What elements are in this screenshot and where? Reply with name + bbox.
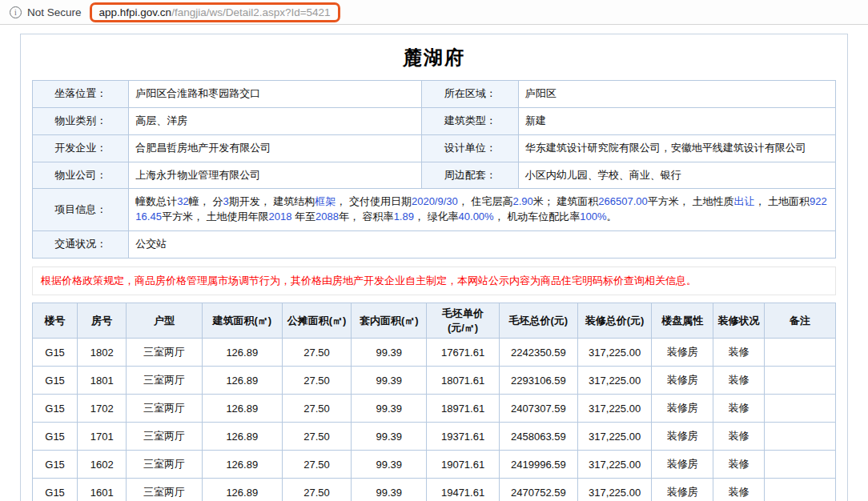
info-icon[interactable]: i [10,6,22,18]
info-label: 坐落位置： [33,81,129,108]
info-row: 物业类别：高层、洋房建筑类型：新建 [33,107,836,134]
table-cell: G15 [33,367,78,395]
table-cell: 1801 [78,367,127,395]
table-cell [764,367,835,395]
info-row: 坐落位置：庐阳区合淮路和枣园路交口所在区域：庐阳区 [33,81,836,108]
info-value-highlight: 框架 [315,195,336,207]
table-cell: 装修 [713,423,764,451]
info-value-highlight: 266507.00 [598,195,647,207]
table-cell: 126.89 [202,479,282,501]
column-header: 楼盘属性 [652,303,713,339]
info-value-text: 平方米， 土地使用年限 [162,210,269,222]
info-value-highlight: 2.90 [512,195,532,207]
table-cell: 126.89 [202,367,282,395]
table-cell: 19371.61 [427,423,499,451]
table-cell: 1701 [78,423,127,451]
table-cell: 27.50 [282,339,351,367]
table-cell: 317,225.00 [577,479,651,501]
table-cell: 99.39 [352,339,427,367]
table-cell: 126.89 [202,339,282,367]
info-value: 小区内幼儿园、学校、商业、银行 [518,162,835,189]
table-cell: 装修房 [652,451,713,479]
column-header: 装修总价(元) [577,303,651,339]
column-header: 房号 [78,303,127,339]
table-cell: 2407307.59 [499,395,577,423]
table-cell: 126.89 [202,423,282,451]
info-value-text: 幢， 分 [189,195,223,207]
column-header: 毛坯总价(元) [499,303,577,339]
url-path[interactable]: /fangjia/ws/Detail2.aspx?Id=5421 [171,6,331,18]
info-value-text: ， 土地面积 [754,195,810,207]
table-cell: 三室两厅 [127,451,202,479]
info-value-highlight: 1.89 [394,210,414,222]
info-value-text: ， 住宅层高 [458,195,513,207]
info-row: 交通状况：公交站 [33,231,836,259]
info-value: 高层、洋房 [129,107,422,134]
table-cell: 126.89 [202,395,282,423]
info-value-text: 年， 容积率 [339,210,394,222]
table-cell: G15 [33,451,78,479]
url-text[interactable]: app.hfpi.gov.cn/fangjia/ws/Detail2.aspx?… [99,6,331,18]
table-cell: 2293106.59 [499,367,577,395]
table-cell: 17671.61 [427,339,499,367]
table-cell: 1702 [78,395,127,423]
info-value-text: 幢数总计 [135,195,177,207]
table-cell: 三室两厅 [127,367,202,395]
page-content: 麓湖府 坐落位置：庐阳区合淮路和枣园路交口所在区域：庐阳区物业类别：高层、洋房建… [20,34,848,501]
table-row: G151701三室两厅126.8927.5099.3919371.6124580… [33,423,836,451]
table-cell: 装修 [713,479,764,501]
table-cell: 1802 [78,339,127,367]
table-cell: G15 [33,423,78,451]
price-table-header-row: 楼号房号户型建筑面积(㎡)公摊面积(㎡)套内面积(㎡)毛坯单价 (元/㎡)毛坯总… [33,303,836,339]
table-cell: 2458063.59 [499,423,577,451]
table-cell: 27.50 [282,367,351,395]
info-value-highlight: 2020/9/30 [412,195,458,207]
info-row: 开发企业：合肥昌哲房地产开发有限公司设计单位：华东建筑设计研究院有限公司，安徽地… [33,134,836,162]
table-cell: 三室两厅 [127,479,202,501]
table-cell: 装修 [713,367,764,395]
table-row: G151602三室两厅126.8927.5099.3919071.6124199… [33,451,836,479]
info-label: 设计单位： [422,134,518,162]
table-cell: 317,225.00 [577,423,651,451]
table-cell: 18071.61 [427,367,499,395]
info-value-highlight: 32 [177,195,188,207]
table-cell: 装修 [713,451,764,479]
table-row: G151801三室两厅126.8927.5099.3918071.6122931… [33,367,836,395]
column-header: 毛坯单价 (元/㎡) [427,303,499,339]
project-info-table: 坐落位置：庐阳区合淮路和枣园路交口所在区域：庐阳区物业类别：高层、洋房建筑类型：… [32,80,836,259]
info-value-text: ， 交付使用日期 [336,195,412,207]
info-row: 物业公司：上海永升物业管理有限公司周边配套：小区内幼儿园、学校、商业、银行 [33,162,836,189]
price-table: 楼号房号户型建筑面积(㎡)公摊面积(㎡)套内面积(㎡)毛坯单价 (元/㎡)毛坯总… [32,303,836,501]
column-header: 套内面积(㎡) [352,303,427,339]
table-cell: 27.50 [282,479,351,501]
info-table-body: 坐落位置：庐阳区合淮路和枣园路交口所在区域：庐阳区物业类别：高层、洋房建筑类型：… [33,81,836,259]
info-label: 建筑类型： [422,107,518,134]
table-cell: 2419996.59 [499,451,577,479]
security-label[interactable]: Not Secure [27,6,82,18]
info-value: 华东建筑设计研究院有限公司，安徽地平线建筑设计有限公司 [518,134,835,162]
info-value-text: ， 机动车位配比率 [494,210,581,222]
table-cell: G15 [33,339,78,367]
table-row: G151702三室两厅126.8927.5099.3918971.6124073… [33,395,836,423]
price-table-body: G151802三室两厅126.8927.5099.3917671.6122423… [33,339,836,501]
info-value: 幢数总计32幢， 分3期开发， 建筑结构框架， 交付使用日期2020/9/30，… [129,189,836,231]
table-cell: 317,225.00 [577,395,651,423]
table-row: G151601三室两厅126.8927.5099.3919471.6124707… [33,479,836,501]
table-cell: 99.39 [352,367,427,395]
table-cell: 99.39 [352,479,427,501]
info-value-text: 。 [607,210,617,222]
info-label: 周边配套： [422,162,518,189]
info-value: 新建 [518,107,835,134]
url-host[interactable]: app.hfpi.gov.cn [99,6,172,18]
table-cell: 317,225.00 [577,451,651,479]
table-cell: G15 [33,479,78,501]
table-cell: 装修房 [652,339,713,367]
table-cell: 三室两厅 [127,423,202,451]
info-value-highlight: 2088 [315,210,339,222]
table-cell: 27.50 [282,451,351,479]
info-label: 开发企业： [33,134,129,162]
browser-address-bar[interactable]: i Not Secure app.hfpi.gov.cn/fangjia/ws/… [0,0,868,25]
info-value: 庐阳区合淮路和枣园路交口 [129,81,422,108]
info-value-text: 米； 建筑面积 [533,195,599,207]
info-label: 物业类别： [33,107,129,134]
